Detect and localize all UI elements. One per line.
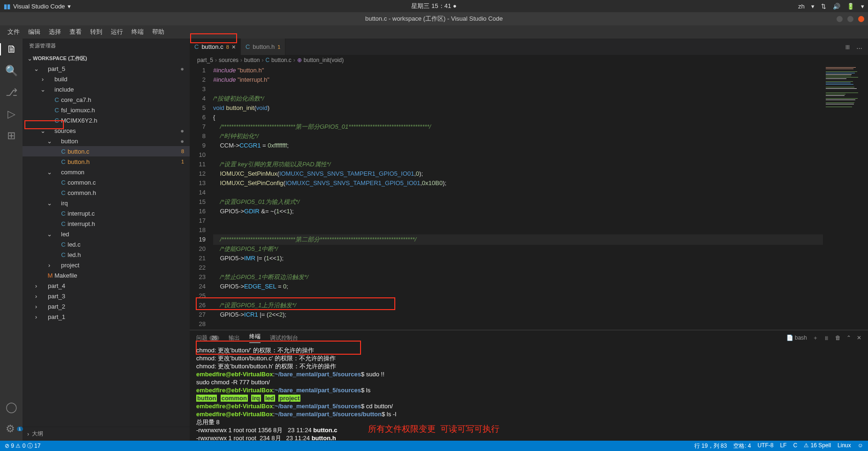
shell-selector[interactable]: 📄 bash	[786, 334, 807, 341]
network-icon[interactable]: ⇅	[821, 3, 826, 10]
tree-item-project[interactable]: ›project	[23, 260, 190, 270]
search-icon[interactable]: 🔍	[5, 65, 18, 77]
tree-item-part_5[interactable]: ⌄part_5●	[23, 63, 190, 74]
tree-item-label: interrupt.c	[68, 210, 184, 217]
tree-item-include[interactable]: ⌄include	[23, 84, 190, 94]
tab-button-h[interactable]: Cbutton.h1	[241, 39, 286, 55]
settings-gear-icon[interactable]: ⚙1	[6, 423, 17, 435]
status-item[interactable]: ⚠ 16 Spell	[804, 442, 831, 450]
os-clock: 星期三 15：41	[411, 2, 451, 9]
close-tab-icon[interactable]: ×	[232, 43, 236, 51]
status-item[interactable]: LF	[780, 442, 787, 450]
outline-section[interactable]: › 大纲	[23, 427, 190, 441]
account-icon[interactable]: ◯	[6, 401, 17, 413]
chevron-down-icon: ⌄	[46, 138, 53, 145]
tree-item-label: Makefile	[54, 272, 184, 279]
tree-item-part_3[interactable]: ›part_3	[23, 291, 190, 301]
tab-output[interactable]: 输出	[229, 334, 240, 342]
tab-problems[interactable]: 问题26	[196, 334, 219, 342]
tree-item-Makefile[interactable]: MMakefile	[23, 270, 190, 280]
workspace-root-label: WORKSPACE (工作区)	[33, 55, 184, 62]
chevron-down-icon: ⌄	[39, 86, 46, 93]
tree-item-sources[interactable]: ⌄sources●	[23, 125, 190, 136]
breadcrumb-item[interactable]: button	[244, 57, 260, 63]
tree-item-MCIMX6Y2-h[interactable]: CMCIMX6Y2.h	[23, 115, 190, 125]
tree-item-build[interactable]: ›build	[23, 74, 190, 84]
tree-item-common-c[interactable]: Ccommon.c	[23, 177, 190, 187]
status-item[interactable]: ☺	[858, 442, 863, 450]
tree-item-core_ca7-h[interactable]: Ccore_ca7.h	[23, 94, 190, 105]
menu-运行[interactable]: 运行	[107, 26, 127, 38]
tree-item-led[interactable]: ⌄led	[23, 229, 190, 239]
tree-item-common[interactable]: ⌄common	[23, 167, 190, 177]
menu-终端[interactable]: 终端	[128, 26, 147, 38]
editor[interactable]: 1234567891011121314151617181920212223242…	[190, 65, 868, 330]
close-panel-icon[interactable]: ✕	[857, 334, 861, 341]
tab-terminal[interactable]: 终端	[249, 333, 261, 343]
maximize-panel-icon[interactable]: ⌃	[846, 334, 851, 341]
modified-dot-icon: ●	[180, 138, 184, 145]
trash-icon[interactable]: 🗑	[835, 334, 841, 341]
menu-转到[interactable]: 转到	[86, 26, 106, 38]
battery-icon[interactable]: 🔋	[847, 3, 854, 10]
new-terminal-icon[interactable]: ＋	[813, 334, 818, 342]
status-item[interactable]: Linux	[837, 442, 851, 450]
breadcrumb[interactable]: part_5›sources›button›C button.c›⊕ butto…	[190, 55, 868, 65]
tab-button-c[interactable]: Cbutton.c8×	[190, 39, 241, 55]
menu-帮助[interactable]: 帮助	[148, 26, 168, 38]
tree-item-label: button.c	[68, 148, 181, 155]
status-item[interactable]: 空格: 4	[733, 442, 751, 450]
tree-item-interrupt-c[interactable]: Cinterrupt.c	[23, 208, 190, 218]
split-terminal-icon[interactable]: ⫼	[824, 334, 830, 341]
tree-item-led-h[interactable]: Cled.h	[23, 249, 190, 260]
more-actions-icon[interactable]: …	[856, 43, 862, 50]
tree-item-part_1[interactable]: ›part_1	[23, 311, 190, 322]
breadcrumb-item[interactable]: part_5	[197, 57, 213, 63]
status-item[interactable]: UTF-8	[758, 442, 774, 450]
tree-item-common-h[interactable]: Ccommon.h	[23, 187, 190, 198]
close-button[interactable]	[858, 16, 864, 22]
language-indicator[interactable]: zh	[798, 3, 805, 10]
tree-item-button-c[interactable]: Cbutton.c8	[23, 146, 190, 156]
tab-debug-console[interactable]: 调试控制台	[270, 334, 298, 342]
menu-文件[interactable]: 文件	[4, 26, 23, 38]
chevron-down-icon: ⌄	[26, 55, 33, 62]
status-item[interactable]: 行 19，列 83	[694, 442, 727, 450]
menu-选择[interactable]: 选择	[45, 26, 65, 38]
tree-item-label: common	[61, 169, 184, 176]
tree-item-part_2[interactable]: ›part_2	[23, 301, 190, 311]
extensions-icon[interactable]: ⊞	[7, 130, 15, 142]
status-item[interactable]: C	[793, 442, 798, 450]
tree-item-fsl_iomuxc-h[interactable]: Cfsl_iomuxc.h	[23, 105, 190, 115]
chevron-down-icon[interactable]: ▾	[68, 3, 71, 10]
source-control-icon[interactable]: ⎇	[6, 86, 17, 99]
maximize-button[interactable]	[847, 16, 853, 22]
breadcrumb-item[interactable]: sources	[219, 57, 238, 63]
split-editor-icon[interactable]: ⫼	[845, 43, 851, 50]
editor-tabs: Cbutton.c8×Cbutton.h1⫼…	[190, 39, 868, 55]
code-area[interactable]: #include "button.h"#include "interrupt.h…	[213, 65, 823, 330]
tree-item-led-c[interactable]: Cled.c	[23, 239, 190, 249]
tree-item-label: button.h	[68, 158, 181, 165]
tree-item-button[interactable]: ⌄button●	[23, 136, 190, 146]
workspace-root[interactable]: ⌄ WORKSPACE (工作区)	[23, 53, 190, 63]
chevron-right-icon: ›	[33, 303, 39, 310]
tree-item-irq[interactable]: ⌄irq	[23, 198, 190, 208]
breadcrumb-item[interactable]: button.c	[271, 57, 292, 63]
status-problems[interactable]: ⊘ 9 ⚠ 0 ⓘ 17	[5, 442, 40, 450]
tab-problem-count: 8	[226, 44, 229, 50]
volume-icon[interactable]: 🔊	[833, 3, 840, 10]
menu-查看[interactable]: 查看	[66, 26, 85, 38]
breadcrumb-item[interactable]: button_init(void)	[304, 57, 344, 63]
terminal-body[interactable]: chmod: 更改'button/' 的权限：不允许的操作chmod: 更改'b…	[190, 345, 868, 441]
tree-item-part_4[interactable]: ›part_4	[23, 280, 190, 291]
explorer-icon[interactable]: 🗎	[0, 43, 23, 55]
c-file-icon: C	[59, 210, 68, 217]
tree-item-button-h[interactable]: Cbutton.h1	[23, 156, 190, 167]
tree-item-interrupt-h[interactable]: Cinterrupt.h	[23, 218, 190, 229]
minimap[interactable]	[823, 65, 868, 330]
run-debug-icon[interactable]: ▷	[8, 108, 15, 120]
minimize-button[interactable]	[837, 16, 843, 22]
c-file-icon: C	[246, 43, 250, 50]
menu-编辑[interactable]: 编辑	[24, 26, 44, 38]
